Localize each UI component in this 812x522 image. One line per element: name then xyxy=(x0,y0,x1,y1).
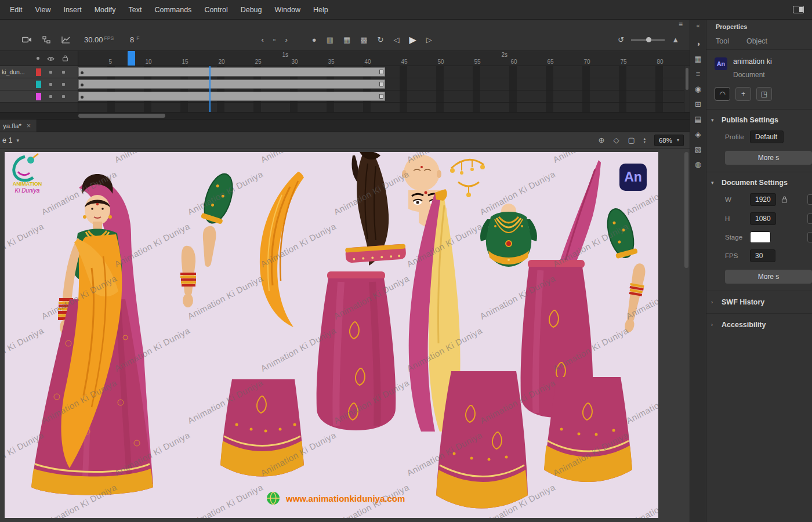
stage-color-swatch[interactable] xyxy=(750,231,771,243)
library-panel-icon[interactable]: ◍ xyxy=(691,157,705,172)
stage-canvas[interactable]: Animation Ki DuniyaAnimation Ki DuniyaAn… xyxy=(5,152,658,518)
center-stage-icon[interactable]: ⊕ xyxy=(598,136,604,144)
toggle-curve-icon[interactable]: ◠ xyxy=(715,87,730,101)
timeline-vertical-scrollbar[interactable] xyxy=(684,66,690,112)
layer-parenting-icon[interactable] xyxy=(42,36,51,44)
edit-multiple-frames-icon[interactable]: ▩ xyxy=(360,35,367,44)
frame-span[interactable] xyxy=(78,67,385,77)
collapse-panels-icon[interactable]: « xyxy=(696,22,699,32)
onion-skin-outlines-icon[interactable]: ▦ xyxy=(343,35,350,44)
timeline-track[interactable] xyxy=(78,90,684,103)
part-arm-left[interactable] xyxy=(180,246,196,307)
layer-color-swatch[interactable] xyxy=(36,68,41,76)
part-sleeve-right[interactable] xyxy=(603,206,639,260)
frame-span[interactable] xyxy=(78,79,385,89)
menu-help[interactable]: Help xyxy=(307,0,335,20)
timeline-frames-area[interactable]: 5101520253035404550556065707580851s2s xyxy=(78,51,690,112)
timeline-zoom-slider[interactable] xyxy=(631,39,665,41)
match-contents-checkbox[interactable] xyxy=(807,194,812,205)
loop-icon[interactable]: ↻ xyxy=(378,35,384,44)
swf-history-header[interactable]: › SWF History xyxy=(711,298,812,306)
part-hem-left[interactable] xyxy=(220,379,304,477)
step-back-icon[interactable]: ◁ xyxy=(393,35,399,44)
toggle-plus-icon[interactable]: + xyxy=(735,87,751,101)
swatches-panel-icon[interactable]: ▦ xyxy=(691,51,705,66)
step-forward-icon[interactable]: ▷ xyxy=(426,35,432,44)
next-frame-icon[interactable]: › xyxy=(285,35,287,44)
prev-frame-icon[interactable]: ‹ xyxy=(262,35,264,44)
align-panel-icon[interactable]: ≡ xyxy=(691,66,705,81)
part-hem-center[interactable] xyxy=(436,371,528,509)
width-field[interactable]: 1920 xyxy=(750,193,776,206)
publish-settings-header[interactable]: ▾ Publish Settings xyxy=(711,116,812,124)
accessibility-header[interactable]: › Accessibility xyxy=(711,321,812,329)
timeline-ruler[interactable]: 5101520253035404550556065707580851s2s xyxy=(78,51,690,66)
onion-skin-icon[interactable]: ▥ xyxy=(327,35,334,44)
part-gold-ornaments[interactable] xyxy=(450,160,485,197)
graph-editor-icon[interactable] xyxy=(61,36,70,44)
reset-timeline-zoom-icon[interactable]: ↺ xyxy=(618,35,624,44)
part-skirt-panel-center[interactable] xyxy=(317,271,396,430)
current-frame-display[interactable]: 8F xyxy=(130,35,139,44)
profile-select[interactable]: Default xyxy=(750,130,784,143)
zoom-level-select[interactable]: 68% ▾ xyxy=(654,135,684,146)
workspace-layout-icon[interactable] xyxy=(793,6,804,13)
stage-pasteboard[interactable]: Animation Ki DuniyaAnimation Ki DuniyaAn… xyxy=(0,148,690,522)
layer-color-swatch[interactable] xyxy=(36,81,41,88)
components-panel-icon[interactable]: ◈ xyxy=(691,126,705,142)
timeline-zoom-in-icon[interactable]: ▲ xyxy=(672,35,679,44)
fps-display[interactable]: 30.00FPS xyxy=(84,35,114,44)
menu-edit[interactable]: Edit xyxy=(3,0,29,20)
info-panel-icon[interactable]: ◉ xyxy=(691,81,705,96)
document-tab[interactable]: ya.fla* × xyxy=(0,119,37,132)
timeline-horizontal-scrollbar[interactable] xyxy=(0,112,690,119)
timeline-panel-menu-icon[interactable]: ≡ xyxy=(679,20,683,28)
layer-row[interactable] xyxy=(0,78,78,90)
camera-icon[interactable] xyxy=(22,36,32,44)
part-blouse[interactable] xyxy=(480,204,537,267)
edit-symbols-icon[interactable]: ◇ xyxy=(613,136,619,144)
record-icon[interactable]: ● xyxy=(312,35,317,44)
timeline-track[interactable] xyxy=(78,78,684,90)
part-hem-right[interactable] xyxy=(544,377,632,482)
menu-control[interactable]: Control xyxy=(198,0,234,20)
stage-vertical-scrollbar[interactable] xyxy=(684,152,688,268)
lock-column-icon[interactable] xyxy=(62,53,68,64)
tab-object[interactable]: Object xyxy=(746,37,767,45)
transform-panel-icon[interactable]: ⊞ xyxy=(691,96,705,111)
scene-breadcrumb[interactable]: e 1 ▾ xyxy=(2,136,19,144)
height-field[interactable]: 1080 xyxy=(750,212,776,225)
fit-to-window-icon[interactable]: ▢ xyxy=(628,136,635,144)
document-more-settings-button[interactable]: More s xyxy=(725,270,812,284)
timeline-track[interactable] xyxy=(78,66,684,78)
tab-tool[interactable]: Tool xyxy=(716,37,729,45)
visibility-column-icon[interactable] xyxy=(47,53,55,64)
play-icon[interactable]: ▶ xyxy=(409,34,416,45)
apply-to-pasteboard-checkbox[interactable] xyxy=(807,232,812,242)
scale-content-checkbox[interactable] xyxy=(807,213,812,224)
part-head[interactable] xyxy=(402,155,441,191)
layer-color-swatch[interactable] xyxy=(36,93,41,100)
toggle-corner-icon[interactable]: ◳ xyxy=(756,87,772,101)
insert-keyframe-icon[interactable]: ▫ xyxy=(273,35,276,44)
menu-insert[interactable]: Insert xyxy=(57,0,88,20)
fps-field[interactable]: 30 xyxy=(750,249,775,262)
document-settings-header[interactable]: ▾ Document Settings xyxy=(711,179,812,187)
menu-commands[interactable]: Commands xyxy=(148,0,198,20)
motion-presets-panel-icon[interactable]: ▧ xyxy=(691,142,705,157)
menu-window[interactable]: Window xyxy=(269,0,307,20)
menu-debug[interactable]: Debug xyxy=(234,0,269,20)
part-collar[interactable] xyxy=(345,244,407,263)
part-arm-right[interactable] xyxy=(622,262,648,334)
lock-aspect-icon[interactable] xyxy=(781,196,788,203)
frame-span[interactable] xyxy=(78,92,385,101)
history-panel-icon[interactable]: ▤ xyxy=(691,111,705,126)
menu-view[interactable]: View xyxy=(29,0,57,20)
color-panel-icon[interactable]: ◑ xyxy=(691,36,705,51)
part-sleeve-left[interactable] xyxy=(199,171,238,267)
zoom-stepper[interactable]: ▴▾ xyxy=(644,137,646,144)
part-dupatta-swirl[interactable] xyxy=(260,172,304,327)
close-icon[interactable]: × xyxy=(27,122,31,130)
playhead[interactable] xyxy=(128,51,135,66)
character-full[interactable] xyxy=(31,174,153,495)
